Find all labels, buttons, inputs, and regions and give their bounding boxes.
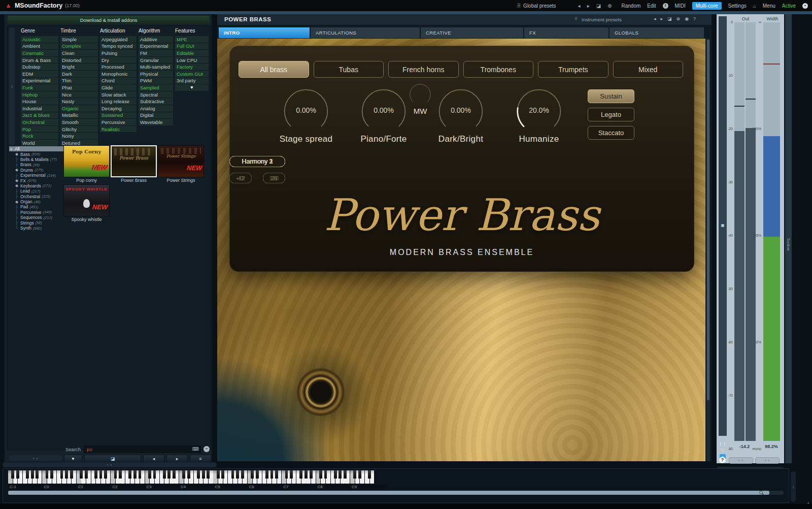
tag-filter[interactable]: Smooth (60, 119, 98, 125)
piano-keyboard[interactable] (8, 470, 376, 484)
piano-forte-knob[interactable]: 0.00% (360, 88, 407, 135)
tag-filter[interactable]: Custom GUI (175, 71, 209, 77)
ensemble-button[interactable]: Trumpets (538, 61, 608, 78)
tree-item[interactable]: Synth 680 (9, 226, 65, 231)
tag-filter[interactable]: Spectral (139, 91, 173, 98)
tag-filter[interactable]: House (21, 98, 58, 105)
tag-filter[interactable]: Hiphop (21, 91, 58, 98)
ensemble-button[interactable]: Mixed (613, 61, 684, 78)
next-preset-icon[interactable]: ▸ (587, 3, 590, 9)
tag-filter[interactable]: Distorted (60, 57, 98, 63)
piano-key-black[interactable] (11, 470, 14, 479)
piano-key-black[interactable] (163, 470, 166, 479)
piano-key-black[interactable] (217, 470, 220, 479)
active-status[interactable]: Active (782, 3, 796, 9)
info-icon[interactable]: i (663, 3, 668, 9)
piano-key-black[interactable] (207, 470, 210, 479)
tag-filter[interactable]: Experimental (21, 78, 58, 84)
piano-key-black[interactable] (60, 470, 63, 479)
harmony-interval-button[interactable]: +7 (229, 173, 252, 183)
piano-key-black[interactable] (99, 470, 103, 479)
tree-item[interactable]: All 4449 (9, 146, 65, 151)
piano-key-black[interactable] (353, 470, 356, 479)
tag-filter[interactable]: Simple (60, 36, 98, 43)
tab[interactable]: INTRO (219, 27, 310, 38)
tag-filter[interactable]: Bright (60, 63, 98, 70)
screenshot-button[interactable]: ◪ (84, 455, 141, 462)
tag-filter[interactable]: Factory (175, 63, 209, 70)
piano-key-black[interactable] (50, 470, 53, 479)
help-icon[interactable]: ? (719, 457, 726, 463)
browser-splitter-handle[interactable]: ‹ › (3, 462, 217, 467)
tag-filter[interactable]: Arpeggiated (100, 36, 137, 43)
tag-filter[interactable]: Long release (100, 98, 137, 105)
random-button[interactable]: Random (622, 3, 641, 9)
browser-menu-button[interactable]: ≡ (190, 455, 211, 462)
piano-key-black[interactable] (290, 470, 293, 479)
tag-scrollbar[interactable]: ↕ (9, 28, 15, 145)
tag-filter[interactable]: Analog (139, 105, 173, 112)
tag-filter[interactable]: Editable (175, 50, 209, 56)
tree-item[interactable]: Keyboards 171 (9, 183, 65, 188)
piano-key-black[interactable] (182, 470, 185, 479)
piano-key-black[interactable] (119, 470, 122, 479)
tab[interactable]: ARTICULATIONS (311, 27, 420, 38)
harmony-button[interactable]: Harmony 3 (229, 156, 285, 167)
piano-key-black[interactable] (256, 470, 259, 479)
piano-key-black[interactable] (173, 470, 176, 479)
out-meter-left[interactable] (734, 22, 745, 441)
tag-filter[interactable]: Dry (100, 57, 137, 63)
tree-item[interactable]: Drums 275 (9, 168, 65, 173)
tree-expand-icon[interactable] (15, 226, 20, 231)
tree-expand-icon[interactable] (15, 163, 20, 167)
preset-thumbnail[interactable]: Pop Corny NEW Pop corny (63, 145, 110, 183)
tree-item[interactable]: Bass 836 (9, 151, 65, 156)
tag-filter[interactable]: Decaying (100, 105, 137, 112)
piano-key-black[interactable] (36, 470, 39, 479)
tree-item[interactable]: FX 676 (9, 178, 65, 183)
piano-key-black[interactable] (114, 470, 117, 479)
piano-key-black[interactable] (339, 470, 342, 479)
keyboard-icon[interactable]: ⌨ (192, 447, 199, 452)
piano-key-black[interactable] (65, 470, 68, 479)
piano-key-black[interactable] (368, 470, 371, 479)
instrument-presets-button[interactable]: Instrument presets (582, 17, 622, 22)
keyboard-scrollbar-thumb[interactable] (8, 491, 769, 495)
magnifier-icon[interactable] (759, 491, 763, 495)
tag-filter[interactable]: Granular (139, 57, 173, 63)
piano-key-black[interactable] (16, 470, 19, 479)
tree-item[interactable]: Strings 58 (9, 220, 65, 225)
tag-filter[interactable]: Acoustic (21, 36, 58, 43)
articulation-button[interactable]: Legato (588, 108, 634, 121)
tag-filter[interactable]: Dark (60, 71, 98, 77)
tag-filter[interactable]: Funk (21, 84, 58, 91)
tag-filter[interactable]: Monophonic (100, 71, 137, 77)
tag-filter[interactable]: Full GUI (175, 43, 209, 50)
save-icon[interactable]: ◪ (596, 3, 601, 9)
keyboard-resize-handle[interactable]: ↕ (791, 471, 796, 502)
preset-thumbnail-image[interactable]: Pop Corny NEW (63, 145, 110, 177)
tag-filter[interactable]: Cinematic (21, 50, 58, 56)
tab[interactable]: GLOBALS (610, 27, 704, 38)
piano-key-black[interactable] (197, 470, 200, 479)
preset-thumbnail-image[interactable]: Power Brass (111, 145, 157, 177)
tag-filter[interactable]: Multi-sampled (139, 63, 173, 70)
tag-filter[interactable]: Dubstep (21, 63, 58, 70)
stage-spread-knob[interactable]: 0.00% (283, 88, 329, 135)
tag-filter[interactable]: FM (139, 50, 173, 56)
piano-key-black[interactable] (251, 470, 254, 479)
tag-filter[interactable]: Wavetable (139, 119, 173, 125)
piano-key-black[interactable] (167, 470, 171, 479)
tree-expand-icon[interactable] (15, 183, 20, 188)
articulation-button[interactable]: Sustain (588, 89, 634, 103)
ensemble-button[interactable]: Trombones (463, 61, 534, 78)
harmony-amount-button[interactable]: 20 (263, 173, 285, 183)
piano-key-black[interactable] (304, 470, 308, 479)
tag-filter[interactable]: Percussive (100, 119, 137, 125)
eye-icon[interactable]: ◉ (685, 16, 689, 21)
tag-filter[interactable]: MPE (175, 36, 209, 43)
tree-item[interactable]: Orchestral 115 (9, 194, 65, 199)
tag-filter[interactable]: EDM (21, 71, 58, 77)
width-meter[interactable] (763, 22, 780, 441)
tag-filter[interactable]: Tempo synced (100, 43, 137, 50)
